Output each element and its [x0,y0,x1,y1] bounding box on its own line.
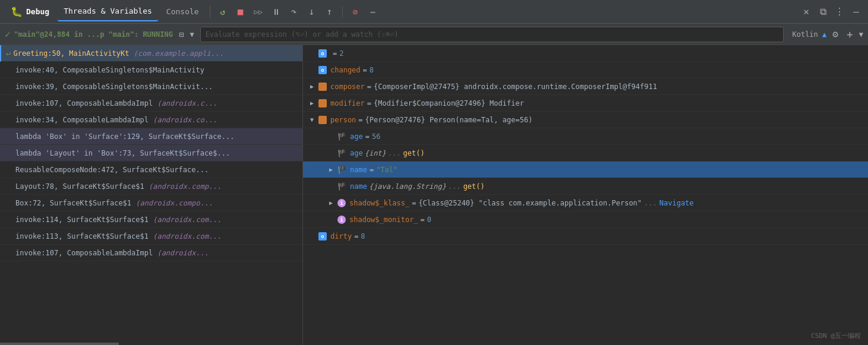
separator-2 [342,6,343,18]
frame-location: invoke:39, ComposableSingletons$MainActi… [15,83,213,91]
frame-location: invoke:113, SurfaceKt$Surface$1 (android… [15,232,222,240]
var-type-icon: o [318,232,327,240]
variable-row[interactable]: 🏴 age = 56 [303,128,868,145]
bug-icon: 🐛 [11,6,23,17]
eval-input[interactable]: Evaluate expression (⌥⏎) or add a watch … [200,27,784,42]
frame-location: invoke:40, ComposableSingletons$MainActi… [15,66,204,74]
more-options-button[interactable]: ⋮ [832,5,847,19]
kotlin-caret: ▲ [822,30,826,39]
frame-item[interactable]: ReusableComposeNode:472, SurfaceKt$Surfa… [0,162,302,178]
resume-button[interactable]: ▷▷ [251,4,266,20]
step-out-button[interactable]: ↑ [322,4,337,20]
frame-item[interactable]: invoke:107, ComposableLambdaImpl (androi… [0,245,302,261]
frame-item[interactable]: invoke:113, SurfaceKt$Surface$1 (android… [0,228,302,245]
variable-row[interactable]: o = 2 [303,45,868,62]
frame-location: invoke:114, SurfaceKt$Surface$1 (android… [15,216,222,224]
flag-icon: 🏴 [337,182,346,191]
var-value: {Modifier$Companion@27496} Modifier [374,99,524,107]
variable-row[interactable]: ▶ modifier = {Modifier$Companion@27496} … [303,95,868,112]
split-icon: ⧉ [820,6,826,17]
add-watch-button[interactable]: ⚙ [830,29,841,40]
filter-button[interactable]: ⊟ [176,29,186,40]
variable-row[interactable]: 🏴 age {int} ... get() [303,145,868,162]
expand-arrow[interactable]: ▼ [308,116,316,123]
tab-threads[interactable]: Threads & Variables [58,2,158,21]
frame-location: invoke:107, ComposableLambdaImpl (androi… [15,99,217,107]
frame-item[interactable]: invoke:34, ComposableLambdaImpl (android… [0,112,302,128]
frame-item[interactable]: lambda 'Layout' in 'Box':73, SurfaceKt$S… [0,145,302,162]
frame-item[interactable]: Layout:78, SurfaceKt$Surface$1 (androidx… [0,178,302,195]
thread-label: "main"@24,884 in ...p "main": RUNNING [14,30,173,39]
stop-button[interactable]: ■ [233,4,248,20]
frame-item[interactable]: invoke:107, ComposableLambdaImpl (androi… [0,95,302,112]
frame-item[interactable]: Box:72, SurfaceKt$Surface$1 (androidx.co… [0,195,302,211]
expand-arrow[interactable]: ▶ [308,83,316,90]
eval-options-dropdown[interactable]: ▼ [859,30,863,39]
info-icon: i [337,199,346,207]
close-button[interactable]: ✕ [799,5,813,19]
split-button[interactable]: ⧉ [816,5,830,19]
var-type-icon: o [318,49,327,58]
minimize-button[interactable]: — [849,5,863,19]
var-value: 8 [370,66,374,74]
separator-1 [210,6,210,18]
frame-item[interactable]: ↩ Greeting:50, MainActivityKt (com.examp… [0,45,302,62]
step-over-button[interactable]: ↷ [286,4,302,20]
step-out-icon: ↑ [327,6,333,17]
var-value: 0 [427,216,431,224]
var-name: name [350,166,367,174]
variable-row[interactable]: ▶ i shadow$_klass_ = {Class@25240} "clas… [303,195,868,211]
settings-button[interactable]: ⋯ [365,4,381,20]
frame-item[interactable]: invoke:114, SurfaceKt$Surface$1 (android… [0,211,302,228]
variable-row[interactable]: i shadow$_monitor_ = 0 [303,211,868,228]
frame-location: invoke:34, ComposableLambdaImpl (android… [15,116,217,124]
stop-icon: ■ [238,6,244,17]
var-stack-icon [318,99,327,107]
frame-location: Box:72, SurfaceKt$Surface$1 (androidx.co… [15,199,213,207]
frame-location: ReusableComposeNode:472, SurfaceKt$Surfa… [15,166,209,174]
flag-icon: 🏴 [337,132,346,141]
variable-row[interactable]: ▶ 🏴 name = "Tal" [303,162,868,178]
add-button[interactable]: + [844,28,856,40]
restart-icon: ↺ [220,7,225,17]
mute-button[interactable]: ⊘ [348,4,363,20]
variable-row[interactable]: ▶ composer = {ComposerImpl@27475} androi… [303,78,868,95]
var-stack-icon [318,83,327,91]
variable-row[interactable]: ▼ person = {Person@27476} Person(name=Ta… [303,112,868,128]
close-icon: ✕ [803,6,809,17]
var-name: shadow$_monitor_ [349,216,418,224]
expand-arrow[interactable]: ▶ [308,100,316,106]
tab-console[interactable]: Console [160,2,205,21]
tab-debug[interactable]: 🐛 Debug [5,2,55,21]
main-content: ↩ Greeting:50, MainActivityKt (com.examp… [0,45,868,345]
frame-item[interactable]: lambda 'Box' in 'Surface':129, SurfaceKt… [0,128,302,145]
more-icon: ⋯ [370,7,375,17]
frame-item[interactable]: invoke:40, ComposableSingletons$MainActi… [0,62,302,78]
var-name: composer [330,83,365,91]
var-name: changed [330,66,361,74]
eval-placeholder: Evaluate expression (⌥⏎) or add a watch … [206,30,399,39]
mute-icon: ⊘ [352,7,357,17]
variable-row[interactable]: o changed = 8 [303,62,868,78]
navigate-link[interactable]: Navigate [659,199,694,207]
info-icon: i [337,216,346,224]
var-getter: get() [463,182,485,191]
step-over-icon: ↷ [291,6,297,17]
kotlin-text: Kotlin [792,30,818,39]
var-value: 56 [372,132,380,141]
variables-panel: o = 2 o changed = 8 ▶ composer = {Compos… [303,45,868,345]
thread-dropdown[interactable]: ▼ [190,30,194,39]
step-into-button[interactable]: ↓ [304,4,320,20]
flag-icon: 🏴 [337,166,346,174]
frame-item[interactable]: invoke:39, ComposableSingletons$MainActi… [0,78,302,95]
resume-icon: ▷▷ [254,8,262,16]
expand-arrow[interactable]: ▶ [327,166,335,173]
more-vert-icon: ⋮ [835,6,844,17]
frame-location: Greeting:50, MainActivityKt (com.example… [13,49,223,58]
expand-arrow[interactable]: ▶ [327,200,335,206]
pause-button[interactable]: ⏸ [269,4,284,20]
variable-row[interactable]: 🏴 name {java.lang.String} ... get() [303,178,868,195]
restart-button[interactable]: ↺ [215,4,231,20]
variable-row[interactable]: o dirty = 8 [303,228,868,245]
var-value: 8 [361,232,365,240]
